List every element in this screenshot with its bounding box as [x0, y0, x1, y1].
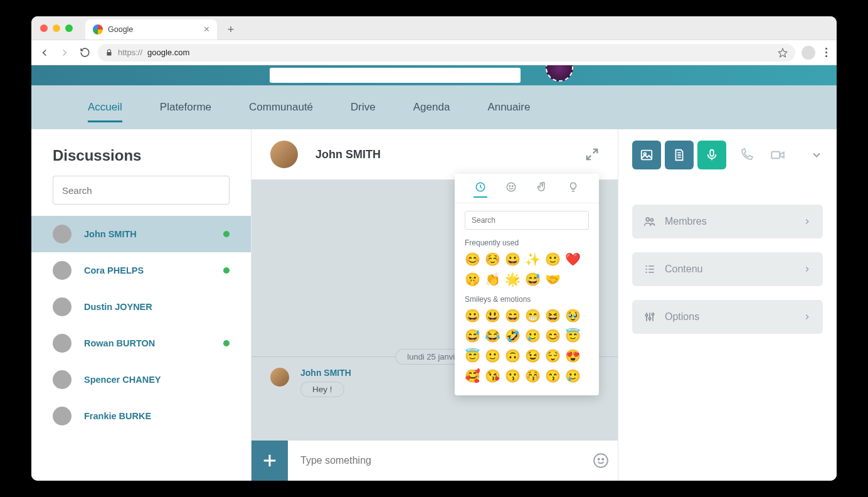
contact-name: Rowan BURTON: [84, 338, 155, 348]
emoji-search[interactable]: [465, 211, 589, 230]
bookmark-star-icon[interactable]: [778, 48, 788, 58]
chat-message: John SMITH Hey !: [270, 368, 351, 397]
svg-rect-10: [771, 152, 780, 159]
emoji-item[interactable]: 😅: [465, 328, 480, 344]
more-dropdown[interactable]: [810, 149, 823, 161]
emoji-item[interactable]: 😂: [485, 328, 500, 344]
emoji-tab-objects[interactable]: [566, 181, 580, 198]
topband-search[interactable]: [270, 68, 521, 83]
panel-members[interactable]: Membres: [632, 205, 823, 238]
panel-content[interactable]: Contenu: [632, 252, 823, 286]
expand-icon[interactable]: [585, 147, 599, 161]
contact-row[interactable]: John SMITH: [31, 216, 251, 252]
profile-avatar[interactable]: [802, 46, 815, 60]
emoji-tabs: [455, 181, 599, 203]
address-bar[interactable]: https://google.com: [98, 44, 795, 61]
emoji-item[interactable]: 🙂: [485, 348, 500, 364]
emoji-item[interactable]: ❤️: [565, 251, 580, 267]
emoji-item[interactable]: 😙: [545, 368, 560, 384]
forward-button[interactable]: [58, 46, 71, 60]
emoji-item[interactable]: 😌: [545, 348, 560, 364]
status-online-icon: [223, 340, 230, 346]
emoji-item[interactable]: 🙂: [545, 251, 560, 267]
emoji-button[interactable]: [584, 441, 618, 481]
sidebar-search[interactable]: [53, 176, 230, 205]
nav-agenda[interactable]: Agenda: [394, 95, 469, 120]
svg-point-6: [602, 459, 603, 460]
sidebar-search-input[interactable]: [62, 185, 220, 196]
microphone-button[interactable]: [697, 141, 726, 169]
google-favicon: [93, 24, 103, 35]
emoji-item[interactable]: 😗: [505, 368, 520, 384]
emoji-search-input[interactable]: [472, 216, 582, 225]
emoji-item[interactable]: 😃: [485, 307, 500, 324]
close-window-button[interactable]: [40, 24, 48, 32]
document-button[interactable]: [665, 141, 694, 169]
contact-row[interactable]: Dustin JOYNER: [31, 289, 251, 325]
main-nav: Accueil Plateforme Communauté Drive Agen…: [31, 85, 837, 129]
emoji-item[interactable]: 😅: [525, 271, 540, 287]
emoji-section-smileys: Smileys & emotions: [455, 291, 599, 306]
video-button[interactable]: [766, 144, 789, 166]
emoji-item[interactable]: 🌟: [505, 271, 520, 287]
browser-menu-button[interactable]: [822, 48, 830, 57]
nav-communaute[interactable]: Communauté: [230, 95, 332, 120]
attach-button[interactable]: [251, 441, 288, 481]
emoji-item[interactable]: 😉: [525, 348, 540, 364]
action-bar: [632, 141, 823, 169]
topband-avatar[interactable]: [546, 65, 573, 82]
emoji-item[interactable]: 😀: [505, 251, 520, 267]
new-tab-button[interactable]: +: [223, 22, 238, 37]
emoji-item[interactable]: 😁: [525, 307, 540, 324]
back-button[interactable]: [38, 46, 51, 60]
emoji-item[interactable]: 🤝: [545, 271, 560, 287]
message-avatar: [270, 368, 289, 387]
avatar: [53, 334, 71, 353]
contact-row[interactable]: Rowan BURTON: [31, 325, 251, 361]
emoji-tab-gestures[interactable]: [536, 181, 549, 198]
contact-row[interactable]: Spencer CHANEY: [31, 361, 251, 398]
emoji-item[interactable]: 😇: [465, 348, 480, 364]
emoji-item[interactable]: 🥰: [465, 368, 480, 384]
reload-button[interactable]: [78, 46, 92, 60]
emoji-item[interactable]: 🥲: [565, 368, 580, 384]
emoji-item[interactable]: 🤫: [465, 271, 480, 287]
chevron-right-icon: [803, 265, 812, 274]
emoji-item[interactable]: 🤣: [505, 328, 520, 344]
contact-row[interactable]: Frankie BURKE: [31, 398, 251, 434]
nav-plateforme[interactable]: Plateforme: [141, 95, 230, 120]
emoji-item[interactable]: 😚: [525, 368, 540, 384]
nav-annuaire[interactable]: Annuaire: [468, 95, 549, 120]
composer-input[interactable]: [288, 441, 584, 481]
image-button[interactable]: [632, 141, 661, 169]
emoji-item[interactable]: 😆: [545, 307, 560, 324]
emoji-item[interactable]: 😘: [485, 368, 500, 384]
emoji-item[interactable]: 😍: [565, 348, 580, 364]
emoji-item[interactable]: 😀: [465, 307, 480, 324]
browser-titlebar: Google × +: [31, 16, 837, 40]
minimize-window-button[interactable]: [53, 24, 60, 32]
emoji-item[interactable]: 😊: [465, 251, 480, 267]
emoji-item[interactable]: 🥲: [525, 328, 540, 344]
emoji-tab-smileys[interactable]: [504, 181, 518, 198]
svg-point-2: [509, 186, 511, 187]
nav-accueil[interactable]: Accueil: [69, 95, 141, 120]
emoji-item[interactable]: 😊: [545, 328, 560, 344]
emoji-item[interactable]: ☺️: [485, 251, 500, 267]
browser-tab[interactable]: Google ×: [85, 19, 217, 40]
avatar: [53, 261, 71, 280]
nav-drive[interactable]: Drive: [332, 95, 394, 120]
contact-row[interactable]: Cora PHELPS: [31, 252, 251, 289]
emoji-item[interactable]: 🥹: [565, 307, 580, 324]
panel-options[interactable]: Options: [632, 300, 823, 334]
emoji-item[interactable]: 👏: [485, 271, 500, 287]
emoji-item[interactable]: 🙃: [505, 348, 520, 364]
emoji-tab-recent[interactable]: [474, 181, 487, 198]
call-button[interactable]: [735, 144, 758, 166]
chat-title: John SMITH: [315, 148, 381, 161]
maximize-window-button[interactable]: [65, 24, 73, 32]
emoji-item[interactable]: ✨: [525, 251, 540, 267]
emoji-item[interactable]: 😇: [565, 328, 580, 344]
emoji-item[interactable]: 😄: [505, 307, 520, 324]
close-tab-button[interactable]: ×: [204, 24, 209, 35]
